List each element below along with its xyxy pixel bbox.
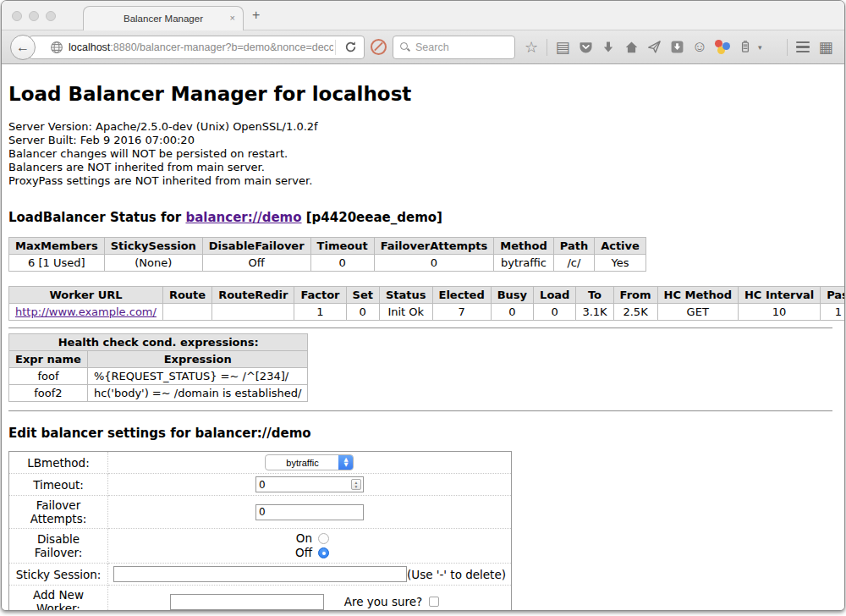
form-row-add-worker: Add New Worker: Are you sure? [9, 586, 512, 611]
hamburger-bars [793, 41, 813, 52]
are-you-sure-checkbox[interactable] [429, 597, 439, 607]
home-icon[interactable] [621, 36, 641, 58]
edit-balancer-form: LBmethod: bytraffic ▲▼ Timeout: ▴▾ [8, 451, 512, 610]
table-header-row: Health check cond. expressions: [9, 334, 308, 351]
disable-failover-on-radio[interactable] [318, 533, 329, 544]
hello-smiley-icon[interactable]: ☺ [689, 36, 710, 58]
plugin-blocked-icon[interactable] [371, 39, 387, 55]
table-cell: 6 [1 Used] [9, 255, 105, 272]
column-header: HC Method [657, 287, 738, 304]
table-cell: bytraffic [494, 255, 553, 272]
status-heading-suffix: [p4420eeae_demo] [302, 210, 442, 225]
column-header: Set [346, 287, 379, 304]
table-cell: GET [657, 304, 738, 321]
colored-dots [714, 40, 731, 55]
downloads-icon[interactable] [598, 36, 618, 58]
sticky-session-hint: (Use '-' to delete) [407, 568, 506, 581]
page-content: Load Balancer Manager for localhost Serv… [2, 64, 844, 610]
number-spinner-icon[interactable]: ▴▾ [351, 479, 361, 490]
status-heading-prefix: LoadBalancer Status for [8, 210, 185, 225]
column-header: DisableFailover [202, 238, 310, 255]
column-header: StickySession [104, 238, 202, 255]
table-header-row: Worker URL Route RouteRedir Factor Set S… [9, 287, 845, 304]
select-stepper-icon: ▲▼ [338, 455, 353, 470]
form-row-sticky-session: Sticky Session: (Use '-' to delete) [9, 564, 512, 586]
add-worker-input[interactable] [170, 594, 324, 610]
table-row: foof2 hc('body') =~ /domain is establish… [9, 385, 308, 402]
sticky-session-input[interactable] [113, 566, 407, 582]
table-cell [212, 304, 294, 321]
tab-balancer-manager[interactable]: Balancer Manager × [83, 6, 244, 30]
form-row-failover-attempts: Failover Attempts: [9, 496, 512, 529]
health-table-title: Health check cond. expressions: [9, 334, 308, 351]
minimize-window-button[interactable] [29, 11, 39, 21]
toolbar-divider [547, 39, 547, 56]
table-cell: %{REQUEST_STATUS} =~ /^[234]/ [87, 368, 308, 385]
column-header: Load [534, 287, 576, 304]
radio-off-label: Off [290, 546, 312, 560]
health-check-table: Health check cond. expressions: Expr nam… [8, 333, 308, 402]
titlebar: Balancer Manager × + [2, 1, 844, 30]
lbmethod-select[interactable]: bytraffic ▲▼ [265, 454, 354, 470]
new-tab-button[interactable]: + [252, 8, 260, 23]
form-row-disable-failover: Disable Failover: On Off [9, 529, 512, 564]
timeout-input[interactable] [255, 476, 364, 492]
table-cell: 10 [738, 304, 820, 321]
sticky-session-label: Sticky Session: [9, 564, 108, 586]
url-text[interactable]: localhost:8880/balancer-manager?b=demo&n… [69, 41, 333, 53]
addon-download-box-icon[interactable] [667, 36, 687, 58]
search-placeholder: Search [415, 41, 449, 53]
globe-icon[interactable] [50, 41, 63, 54]
zoom-window-button[interactable] [46, 11, 56, 21]
column-header: Factor [294, 287, 346, 304]
colored-dots-addon-icon[interactable] [712, 36, 733, 58]
table-cell: Yes [595, 255, 646, 272]
failover-attempts-input[interactable] [255, 504, 364, 520]
page-title: Load Balancer Manager for localhost [8, 64, 838, 105]
menu-hamburger-icon[interactable] [793, 36, 813, 58]
column-header: Timeout [310, 238, 374, 255]
search-bar[interactable]: Search [393, 36, 515, 59]
table-cell: 1 (0) [821, 304, 844, 321]
tab-close-icon[interactable]: × [230, 13, 235, 23]
column-header: Worker URL [9, 287, 163, 304]
pocket-icon[interactable] [575, 36, 596, 58]
table-cell: foof2 [9, 385, 88, 402]
table-cell: 0 [346, 304, 379, 321]
url-bar[interactable]: localhost:8880/balancer-manager?b=demo&n… [29, 36, 365, 59]
navigation-toolbar: ← localhost:8880/balancer-manager?b=demo… [2, 30, 844, 64]
balancer-demo-link[interactable]: balancer://demo [185, 210, 301, 225]
worker-url-link[interactable]: http://www.example.com/ [15, 305, 157, 318]
reload-icon[interactable] [344, 41, 357, 53]
column-header: From [613, 287, 657, 304]
table-cell: (None) [104, 255, 202, 272]
close-window-button[interactable] [12, 11, 22, 21]
column-header: FailoverAttempts [374, 238, 494, 255]
notice-persist: Balancer changes will NOT be persisted o… [8, 147, 838, 161]
extension-grid-icon[interactable]: ▦ [816, 36, 836, 58]
tab-title: Balancer Manager [124, 14, 203, 24]
container-addon-icon[interactable] [735, 36, 755, 58]
disable-failover-off-radio[interactable] [318, 547, 329, 558]
column-header: Path [553, 238, 594, 255]
table-cell: /c/ [553, 255, 594, 272]
table-cell: 0 [374, 255, 494, 272]
table-cell: 1 [294, 304, 346, 321]
chevron-down-icon[interactable]: ▾ [758, 43, 766, 52]
bookmark-star-icon[interactable]: ☆ [521, 36, 541, 58]
url-divider [335, 40, 336, 55]
column-header: Expr name [9, 351, 88, 368]
table-cell: hc('body') =~ /domain is established/ [87, 385, 308, 402]
column-header: Active [595, 238, 646, 255]
column-header: Route [162, 287, 212, 304]
table-row: 6 [1 Used] (None) Off 0 0 bytraffic /c/ … [9, 255, 646, 272]
table-cell: 7 [432, 304, 491, 321]
column-header: Passes [821, 287, 844, 304]
lbmethod-selected-value: bytraffic [266, 455, 338, 470]
send-tab-icon[interactable] [644, 36, 664, 58]
server-info: Server Version: Apache/2.5.0-dev (Unix) … [8, 120, 838, 188]
table-cell: 2.5K [613, 304, 657, 321]
reading-list-icon[interactable]: ▤ [552, 36, 573, 58]
table-cell: 0 [310, 255, 374, 272]
back-button[interactable]: ← [10, 35, 36, 60]
